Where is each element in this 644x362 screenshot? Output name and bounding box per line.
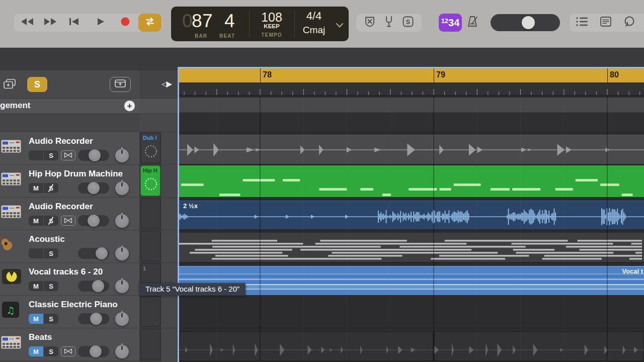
- solo-button[interactable]: S: [44, 248, 58, 258]
- pan-knob[interactable]: [115, 182, 129, 195]
- mute-button[interactable]: M: [29, 346, 43, 356]
- crossfade-button[interactable]: [61, 150, 75, 160]
- mute-button[interactable]: [29, 248, 43, 258]
- live-loops-cell[interactable]: Hip H: [140, 165, 160, 196]
- lcd-bar-label: BAR: [195, 33, 207, 39]
- volume-slider[interactable]: [78, 183, 109, 194]
- mute-button[interactable]: M: [29, 183, 43, 193]
- replace-mode-icon[interactable]: [364, 16, 376, 30]
- volume-knob[interactable]: [90, 313, 102, 325]
- live-loops-cell[interactable]: Dub l: [140, 133, 160, 163]
- tuner-icon[interactable]: [383, 16, 395, 30]
- add-arrangement-marker-button[interactable]: +: [124, 101, 135, 111]
- volume-knob[interactable]: [96, 247, 108, 259]
- play-button[interactable]: [91, 14, 111, 32]
- track-solo-mode-button[interactable]: S: [27, 77, 47, 92]
- note-pads-icon[interactable]: [600, 16, 612, 29]
- go-to-beginning-button[interactable]: [64, 14, 84, 32]
- track-lane[interactable]: [179, 164, 644, 197]
- pan-knob[interactable]: [115, 149, 129, 162]
- track-lane[interactable]: [179, 230, 644, 262]
- track-header[interactable]: Vocal tracks 6 - 20 M S: [0, 262, 139, 295]
- region[interactable]: [179, 165, 644, 198]
- track-header[interactable]: Hip Hop Drum Machine M S: [0, 164, 139, 197]
- hide-tracks-button[interactable]: [110, 77, 131, 92]
- track-lane[interactable]: [179, 132, 644, 164]
- live-loops-cell[interactable]: [140, 329, 160, 359]
- pan-knob[interactable]: [115, 247, 129, 260]
- track-lane[interactable]: 2 ½x: [179, 197, 644, 230]
- crossfade-button[interactable]: [61, 346, 75, 356]
- volume-slider[interactable]: [78, 346, 109, 357]
- volume-knob[interactable]: [88, 215, 100, 227]
- region[interactable]: [179, 331, 644, 361]
- live-loops-cell[interactable]: [140, 231, 160, 261]
- track-header[interactable]: Beats M S: [0, 328, 139, 360]
- mute-button[interactable]: M: [29, 216, 43, 226]
- volume-slider[interactable]: [78, 313, 109, 324]
- mute-button[interactable]: [29, 150, 43, 160]
- volume-slider[interactable]: [78, 215, 109, 226]
- cycle-range-ruler[interactable]: 787980: [179, 68, 644, 82]
- loop-browser-icon[interactable]: [623, 16, 636, 30]
- pan-knob[interactable]: [115, 345, 129, 358]
- region[interactable]: Vocal t: [179, 266, 644, 295]
- solo-button[interactable]: S: [44, 216, 58, 226]
- solo-button[interactable]: S: [44, 150, 58, 160]
- new-track-button[interactable]: [3, 78, 16, 92]
- solo-button[interactable]: S: [44, 281, 58, 291]
- crossfade-button[interactable]: [61, 216, 75, 226]
- volume-slider[interactable]: [78, 248, 109, 259]
- fast-forward-button[interactable]: [40, 14, 60, 32]
- track-header[interactable]: ♫ Classic Electric Piano M S: [0, 295, 139, 328]
- solo-button[interactable]: S: [44, 314, 58, 324]
- record-button[interactable]: [115, 14, 135, 32]
- tracks-area[interactable]: 787980 2 ½xVocal t: [178, 67, 644, 362]
- volume-slider[interactable]: [78, 281, 109, 292]
- master-volume-slider[interactable]: [491, 14, 560, 31]
- gutter-row-divider: [139, 132, 178, 132]
- track-lane[interactable]: [179, 295, 644, 328]
- track-header[interactable]: Audio Recorder M S: [0, 197, 139, 230]
- region[interactable]: [179, 233, 644, 262]
- volume-knob[interactable]: [89, 149, 101, 161]
- track-icon: ♫: [2, 302, 25, 324]
- mute-solo-group: M S: [29, 346, 58, 356]
- mute-button[interactable]: M: [29, 281, 43, 291]
- lcd-chevron-down-icon[interactable]: [336, 21, 343, 30]
- track-header[interactable]: Acoustic S: [0, 230, 139, 262]
- master-volume-knob[interactable]: [522, 16, 535, 29]
- track-lane[interactable]: Vocal t: [179, 262, 644, 295]
- cycle-button[interactable]: [138, 14, 162, 32]
- solo-mode-icon[interactable]: S: [402, 16, 414, 30]
- lcd-display[interactable]: 0 87 4 BAR BEAT 108 KEEP TEMPO 4/4 Cmaj: [171, 7, 349, 41]
- pan-knob[interactable]: [115, 280, 129, 293]
- mute-solo-group: M S: [29, 216, 58, 226]
- lcd-tempo-value: 108: [249, 10, 294, 25]
- volume-knob[interactable]: [88, 182, 100, 194]
- track-header[interactable]: Audio Recorder S: [0, 132, 139, 164]
- live-loops-cell[interactable]: [140, 296, 160, 327]
- metronome-button[interactable]: [466, 15, 479, 30]
- grid-tracks-divider-icon[interactable]: ◁▶: [162, 79, 171, 88]
- rewind-button[interactable]: [17, 14, 37, 32]
- solo-button[interactable]: S: [44, 346, 58, 356]
- crossfade-icon: [64, 151, 72, 160]
- volume-knob[interactable]: [92, 280, 104, 292]
- region[interactable]: [179, 135, 644, 164]
- live-loops-cell[interactable]: [140, 198, 160, 229]
- gutter-top: ◁▶: [139, 70, 178, 99]
- pan-knob[interactable]: [115, 214, 129, 228]
- region[interactable]: 2 ½x: [179, 201, 644, 229]
- live-loops-gutter: ◁▶ Dub lHip H1: [139, 70, 178, 362]
- arrangement-track-row[interactable]: gement +: [0, 99, 139, 114]
- track-lane[interactable]: [179, 328, 644, 360]
- volume-knob[interactable]: [90, 345, 102, 357]
- volume-slider[interactable]: [78, 150, 109, 161]
- pan-knob[interactable]: [115, 312, 129, 326]
- solo-button[interactable]: S: [44, 183, 58, 193]
- bar-ruler[interactable]: [179, 82, 644, 96]
- list-editors-icon[interactable]: [576, 16, 589, 29]
- count-in-button[interactable]: 1234: [439, 14, 462, 32]
- mute-button[interactable]: M: [29, 314, 43, 324]
